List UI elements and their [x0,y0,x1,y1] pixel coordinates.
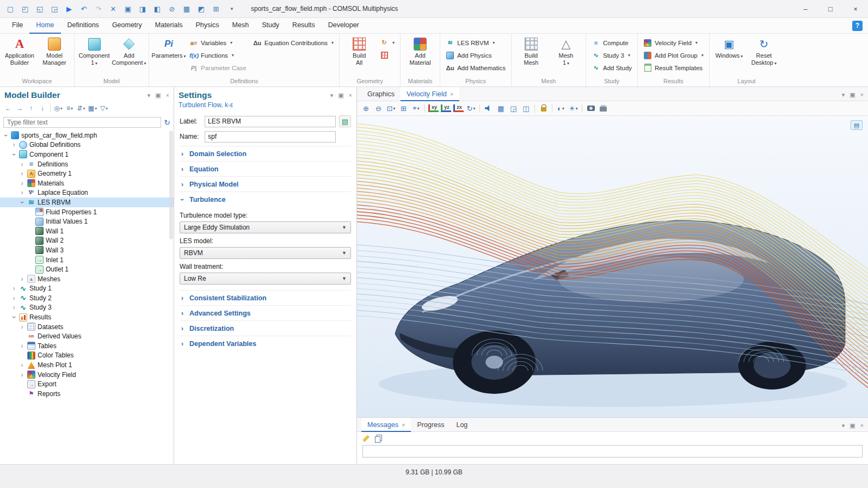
save-as-icon[interactable]: ◲ [47,2,61,15]
parameters-button[interactable]: Pi Parameters▾ [152,35,186,61]
tree-expander-icon[interactable]: › [19,199,26,205]
tree-item-study-1[interactable]: ›Study 1 [0,284,174,294]
zoom-in-icon[interactable]: ⊕ [360,103,372,114]
copy-icon[interactable] [375,436,380,443]
tree-expander-icon[interactable]: › [19,170,25,177]
zoom-extents-icon[interactable]: ⊞ [209,2,223,15]
close-icon[interactable]: × [349,92,352,99]
back-icon[interactable]: ← [3,103,14,114]
more-icon[interactable]: ▾ [225,2,239,15]
tree-expander-icon[interactable]: › [11,295,17,301]
node-text-icon[interactable]: ≡▾ [64,103,75,114]
menu-item-results[interactable]: Results [286,18,322,34]
image-icon[interactable]: ◩ [194,2,208,15]
tab-velocity-field[interactable]: Velocity Field× [401,87,459,101]
add-mathematics-button[interactable]: Δu Add Mathematics [443,61,508,74]
tree-item-results[interactable]: ›Results [0,312,174,322]
filter-icon[interactable]: ▽▾ [99,103,109,114]
tree-expander-icon[interactable]: › [19,343,25,349]
tree-item-mesh-plot-1[interactable]: ›Mesh Plot 1 [0,360,174,370]
tree-item-global-definitions[interactable]: ›Global Definitions [0,140,174,150]
tree-expander-icon[interactable]: › [19,161,25,168]
maximize-icon[interactable]: □ [818,0,843,18]
mesh-1-button[interactable]: △ Mesh 1▾ [549,35,583,68]
tab-progress[interactable]: Progress [411,418,450,432]
close-icon[interactable]: × [166,92,169,99]
tab-log[interactable]: Log [450,418,473,432]
tree-item-wall-3[interactable]: Wall 3 [0,245,174,255]
section-physical-model[interactable]: ›Physical Model [180,176,351,192]
menu-item-materials[interactable]: Materials [149,18,189,34]
close-icon[interactable]: × [843,0,868,18]
plot-window-icon[interactable]: ◫ [520,103,532,114]
component-1-button[interactable]: Component 1▾ [77,35,111,68]
menu-item-geometry[interactable]: Geometry [106,18,149,34]
table-icon[interactable]: ▦ [180,2,194,15]
tree-expander-icon[interactable]: › [19,362,25,368]
paste-icon[interactable]: ◨ [136,2,150,15]
tree-expander-icon[interactable]: › [11,314,17,320]
tree-item-wall-1[interactable]: Wall 1 [0,226,174,236]
scene-light-icon[interactable]: ☀▾ [568,103,579,114]
application-builder-button[interactable]: A Application Builder [3,35,36,68]
section-equation[interactable]: ›Equation [180,161,351,176]
view-xy-icon[interactable]: xy [428,103,439,114]
tree-item-study-3[interactable]: ›Study 3 [0,303,174,313]
go-to-view-icon[interactable]: ⌖▾ [410,103,422,114]
geometry-grid-button[interactable] [377,49,397,61]
add-component-button[interactable]: Add Component▾ [112,35,146,68]
tree-item-materials[interactable]: ›Materials [0,178,174,188]
tree-item-sports-car-flow-field-mph[interactable]: ›sports_car_flow_field.mph [0,131,174,140]
forward-icon[interactable]: → [14,103,25,114]
study-3-button[interactable]: ∿ Study 3▾ [589,49,635,61]
model-manager-button[interactable]: Model Manager [38,35,71,68]
tree-expander-icon[interactable]: › [11,285,17,292]
sound-icon[interactable] [483,103,494,114]
tree-expander-icon[interactable]: › [11,304,17,311]
close-icon[interactable]: × [860,422,864,429]
compute-button[interactable]: = Compute [589,36,635,49]
lock-icon[interactable] [538,103,549,114]
zoom-out-icon[interactable]: ⊖ [373,103,384,114]
build-all-button[interactable]: Build All [342,35,376,68]
turbulence-model-type-select[interactable]: Large Eddy Simulation ▼ [180,221,351,233]
move-down-icon[interactable]: ↓ [37,103,48,114]
menu-item-mesh[interactable]: Mesh [226,18,256,34]
section-consistent-stabilization[interactable]: ›Consistent Stabilization [180,290,351,305]
tree-item-initial-values-1[interactable]: Initial Values 1 [0,217,174,226]
tree-expander-icon[interactable]: › [3,132,9,138]
float-icon[interactable]: ▣ [338,92,343,99]
les-model-select[interactable]: RBVM ▼ [180,247,351,259]
camera-icon[interactable] [585,103,596,114]
reset-desktop-button[interactable]: ↻ Reset Desktop▾ [747,35,781,68]
menu-item-physics[interactable]: Physics [189,18,225,34]
clear-icon[interactable] [362,435,370,442]
equation-contributions-button[interactable]: Δu Equation Contributions▾ [250,36,336,49]
section-advanced-settings[interactable]: ›Advanced Settings [180,305,351,320]
tree-item-wall-2[interactable]: Wall 2 [0,236,174,246]
close-icon[interactable]: × [860,91,864,98]
view-yz-icon[interactable]: yz [440,103,452,114]
collapse-icon[interactable]: ▾ [330,92,334,99]
tree-item-reports[interactable]: Reports [0,389,174,399]
new-file-icon[interactable]: ▢ [3,2,17,15]
table-view-icon[interactable]: ▦▾ [87,103,98,114]
zoom-extents-icon[interactable]: ⊞ [398,103,409,114]
export-image-icon[interactable]: ◲ [508,103,519,114]
float-icon[interactable]: ▣ [155,92,161,99]
minimize-icon[interactable]: – [793,0,818,18]
tree-expander-icon[interactable]: › [11,141,17,148]
compute-icon[interactable]: ▶ [62,2,76,15]
tree-expander-icon[interactable]: › [19,180,25,187]
zoom-box-icon[interactable]: ⊡▾ [385,103,397,114]
graphics-canvas[interactable]: ▤ [357,116,868,417]
les-rbvm-button[interactable]: ≋ LES RBVM▾ [443,36,508,49]
tab-messages[interactable]: Messages× [361,418,411,432]
tree-item-datasets[interactable]: ›Datasets [0,322,174,332]
add-material-button[interactable]: Add Material [403,35,437,68]
duplicate-icon[interactable]: ◧ [150,2,164,15]
tree-item-les-rbvm[interactable]: ›LES RBVM [0,197,174,207]
menu-item-definitions[interactable]: Definitions [61,18,106,34]
tree-item-meshes[interactable]: ›Meshes [0,274,174,284]
tree-item-inlet-1[interactable]: Inlet 1 [0,255,174,265]
